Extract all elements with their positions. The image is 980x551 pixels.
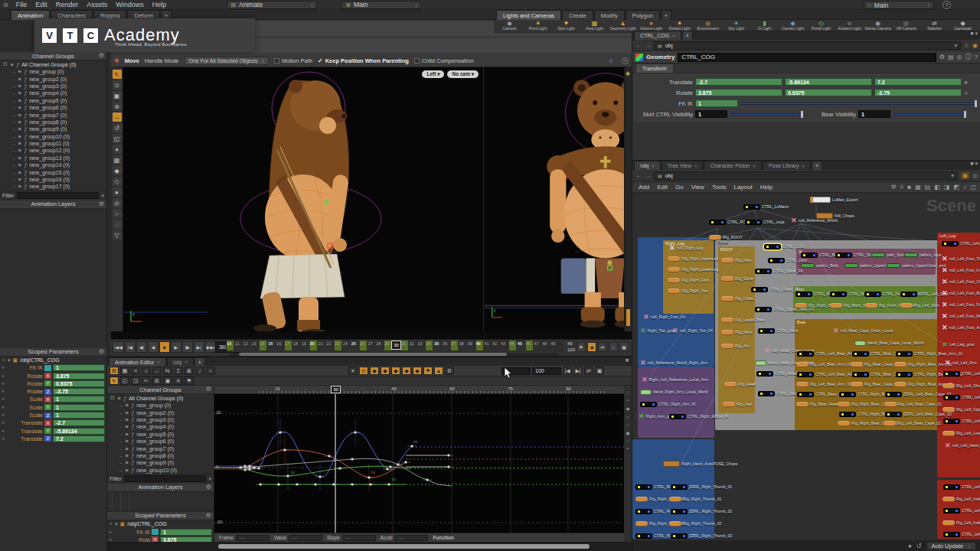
flag-icon[interactable]: ⚑ xyxy=(18,170,21,175)
motion-path-checkbox[interactable]: Motion Path xyxy=(274,57,312,64)
node-CTRL_Right_Thumb_02[interactable]: CTRL_Right_Thumb_02 xyxy=(671,508,732,514)
ae-edit-tool-4[interactable]: ⊞ xyxy=(152,377,162,385)
ae-tool-2[interactable]: ≡ xyxy=(131,367,140,375)
node-null_Left_Arm[interactable]: ✕null_Left_Arm xyxy=(945,360,977,366)
auto-key-icon[interactable]: ◉ xyxy=(587,342,596,352)
node-Rig_Left_UpperArm[interactable]: Rig_Left_UpperArm xyxy=(942,406,980,412)
ae-pane-menu[interactable]: ■ xyxy=(626,357,629,366)
light-tool[interactable]: ○ xyxy=(113,209,122,218)
channel-group-item[interactable]: –⚑ƒnew_group11 (0) xyxy=(0,140,106,147)
node-Rig_Left_Skirt[interactable]: Rig_Left_Skirt xyxy=(900,302,939,308)
ae-channel-group-item[interactable]: –⚑ƒnew_group2 (0) xyxy=(107,409,214,416)
node-path-field[interactable]: ▤ obj ▾ xyxy=(654,41,961,50)
node-CTRL_LuMann[interactable]: CTRL_LuMann xyxy=(743,204,789,210)
handle-mode-label[interactable]: Handle Mode xyxy=(145,57,179,64)
move-label[interactable]: Move xyxy=(125,57,139,64)
scoped-param-row[interactable]: +ScaleX1 xyxy=(0,396,106,403)
shelf-tool-portal-light[interactable]: ◇Portal Light xyxy=(807,21,835,31)
pin-icon[interactable]: + xyxy=(2,389,8,394)
close-icon[interactable]: × xyxy=(753,164,756,168)
flag-icon[interactable]: ⚑ xyxy=(125,410,129,416)
auto-update-selector[interactable]: Auto Update ↕ xyxy=(926,542,976,550)
close-icon[interactable]: × xyxy=(652,164,655,168)
flag-icon[interactable]: ⚑ xyxy=(18,177,21,182)
node-CTRL_Right_Thumb_01[interactable]: CTRL_Right_Thumb_01 xyxy=(671,484,732,490)
node-Rig_ROOT[interactable]: Rig_ROOT xyxy=(709,234,743,240)
network-icon-1[interactable]: ≡ xyxy=(900,184,904,191)
node-null_Bear_Cape_Down_Local[interactable]: ✕null_Bear_Cape_Down_Local xyxy=(833,328,893,334)
link-icon[interactable]: ◉ xyxy=(961,172,969,179)
scale-tool[interactable]: ◱ xyxy=(113,134,122,143)
network-tab-character-picker[interactable]: Character Picker× xyxy=(704,161,762,170)
pin-icon[interactable]: + xyxy=(2,429,8,434)
scoped-param-row[interactable]: +RotateX3.875 xyxy=(0,372,106,380)
flag-icon[interactable]: ⚑ xyxy=(18,112,21,118)
channel-group-item[interactable]: –⚑ƒnew_group13 (0) xyxy=(0,155,106,161)
ae-edit-tool-0[interactable]: ↖ xyxy=(109,377,119,385)
shelf-tab-create[interactable]: Create xyxy=(562,10,593,20)
xyz-icon[interactable]: ✥ xyxy=(964,80,968,85)
node-CTRL_Left_Skirt[interactable]: CTRL_Left_Skirt xyxy=(900,291,948,297)
network-icon-7[interactable]: ◩ xyxy=(953,184,959,191)
stepper-icon[interactable]: ↕ xyxy=(928,2,931,8)
param-value-field[interactable]: 0.9375 xyxy=(53,380,105,387)
back-icon[interactable]: ← xyxy=(635,172,642,179)
network-tab-add[interactable]: + xyxy=(812,161,822,170)
filter-input[interactable] xyxy=(124,475,207,482)
node-CTRL_Left_UpperArm[interactable]: CTRL_Left_UpperArm xyxy=(943,394,980,400)
channel-group-item[interactable]: –⚑ƒnew_group12 (0) xyxy=(0,147,106,154)
key-lock-icon[interactable]: ⚑ xyxy=(577,342,586,352)
network-canvas[interactable]: Scene Right_LegSpineROOTIKSkirtBearLeft_… xyxy=(632,193,980,540)
collapse-icon[interactable]: ⊟ xyxy=(3,61,8,67)
ae-channel-group-item[interactable]: –⚑ƒnew_group5 (0) xyxy=(107,431,214,438)
network-icon-5[interactable]: ◧ xyxy=(934,184,940,191)
magnet-tool[interactable]: ◇ xyxy=(113,177,122,186)
ae-channel-group-item[interactable]: –⚑ƒnew_group (0) xyxy=(107,402,214,409)
hand-tool[interactable]: ⊙ xyxy=(113,80,122,90)
stepper-icon[interactable]: ↕ xyxy=(415,2,418,8)
scoped-path[interactable]: +▾ ▣ /obj/CTRL_COG xyxy=(0,357,106,364)
box-select-tool[interactable]: ▣ xyxy=(113,91,122,100)
flag-icon[interactable]: ⚑ xyxy=(125,417,129,422)
scoped-param-row[interactable]: +ScaleZ1 xyxy=(0,411,106,419)
add-tab-button[interactable]: + xyxy=(682,31,693,40)
network-menu-go[interactable]: Go xyxy=(675,184,684,191)
desktop-selector[interactable]: ⊞ Animate ↕ xyxy=(227,1,317,9)
ae-channel-group-item[interactable]: –⚑ƒnew_group3 (0) xyxy=(107,416,214,423)
pin-icon[interactable]: + xyxy=(2,405,8,410)
node-CTRL_Head[interactable]: CTRL_Head xyxy=(756,370,797,377)
cook-icon[interactable]: ● xyxy=(908,543,912,549)
shelf-tool-area-light[interactable]: ▦Area Light xyxy=(580,21,609,31)
shelf-tool-point-light[interactable]: ☀Point Light xyxy=(524,21,552,31)
ae-key-tool-6[interactable]: ◆ xyxy=(413,367,422,375)
node-null_Left_Foot_Back[interactable]: ✕null_Left_Foot_Back xyxy=(942,290,980,296)
close-icon[interactable]: × xyxy=(157,360,160,364)
node-CTRL_Jaw[interactable]: CTRL_Jaw xyxy=(758,390,796,396)
stepper-icon[interactable]: ↕ xyxy=(968,543,971,549)
node-Rig_Chest[interactable]: Rig_Chest xyxy=(721,295,753,302)
pin-icon[interactable]: ◎ xyxy=(972,172,978,179)
pin-icon[interactable]: + xyxy=(2,381,8,386)
flag-icon[interactable]: ⚑ xyxy=(18,77,21,82)
scene-selector[interactable]: ⊕ Main ↕ xyxy=(341,1,421,9)
node-null_Right_Leg[interactable]: ✕null_Right_Leg xyxy=(669,245,703,251)
graph-hscrollbar[interactable] xyxy=(218,544,590,549)
checkbox-icon[interactable] xyxy=(414,58,420,64)
network-path-field[interactable]: ▤ obj ▾ xyxy=(654,171,958,180)
node-CTRL_Left_LowerArm[interactable]: CTRL_Left_LowerArm xyxy=(943,418,980,424)
node-blend_Right_Arm_Local_World[interactable]: blend_Right_Arm_Local_World xyxy=(640,389,708,395)
graph-tool-icon[interactable]: ≈ xyxy=(626,446,629,451)
stepper-icon[interactable]: ↕ xyxy=(261,58,264,64)
child-compensation-checkbox[interactable]: Child Compensation xyxy=(414,57,474,64)
node-Rig_Bear_Cape_02[interactable]: Rig_Bear_Cape_02 xyxy=(851,381,900,387)
shelf-tab-lights-and-cameras[interactable]: Lights and Cameras xyxy=(496,10,561,20)
translate-y-field[interactable]: -5.89134 xyxy=(785,78,872,86)
network-menu-tools[interactable]: Tools xyxy=(712,184,727,191)
transport-play[interactable]: ▶ xyxy=(171,341,181,353)
graph-playhead[interactable]: 30 xyxy=(331,386,341,393)
param-value-field[interactable]: -3.75 xyxy=(53,388,105,395)
ae-channel-group-item[interactable]: –⚑ƒnew_group10 (0) xyxy=(107,467,214,474)
shelf-tool-camera[interactable]: ◉Camera xyxy=(495,21,524,31)
flag-icon[interactable]: ⚑ xyxy=(18,184,21,189)
shelf-tool-gi-light[interactable]: ▮GI Light xyxy=(750,21,779,31)
